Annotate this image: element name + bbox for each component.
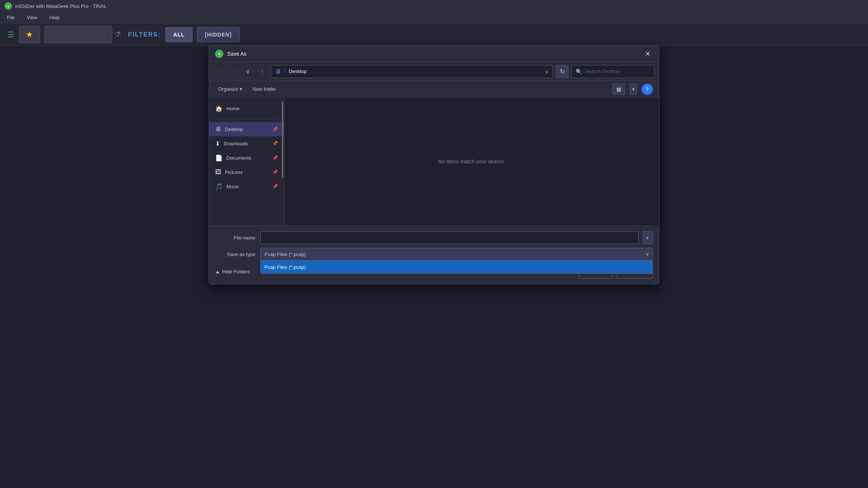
menu-bar: File View Help [0, 12, 868, 23]
file-type-select-wrap: Pcap Files (*.pcap) ∨ Pcap Files (*.pcap… [260, 248, 653, 261]
filter-input[interactable] [49, 32, 112, 37]
dialog-toolbar: Organize ▾ New folder ▦ ▾ ? [209, 81, 659, 98]
home-icon: 🏠 [215, 105, 223, 112]
address-dropdown-button[interactable]: ∨ [545, 69, 549, 75]
address-bar-row: ← → ∨ ↑ 🖥 › Desktop ∨ ↻ 🔍 Search Desktop [209, 62, 659, 81]
dialog-footer: File name: ∨ Save as type: Pcap Files (*… [209, 226, 659, 284]
search-placeholder: Search Desktop [585, 69, 620, 74]
hide-folders-chevron-icon: ▲ [215, 269, 220, 274]
sidebar-documents-label: Documents [226, 155, 269, 161]
pin-icon-music: 📌 [272, 184, 278, 189]
address-path: Desktop [289, 69, 542, 74]
dialog-title-bar: ● Save As ✕ [209, 46, 659, 62]
hamburger-icon[interactable]: ☰ [8, 30, 14, 39]
dialog-body: 🏠 Home 🖥 Desktop 📌 ⬇ Downloads 📌 📄 Docum… [209, 98, 659, 226]
back-button[interactable]: ← [214, 66, 225, 77]
sidebar-item-pictures[interactable]: 🖼 Pictures 📌 [209, 165, 284, 179]
title-bar: ● inSSIDer with MetaGeek Plus Pro - TRIA… [0, 0, 868, 12]
resize-handle[interactable]: ⋱ [651, 276, 657, 282]
sidebar-item-desktop[interactable]: 🖥 Desktop 📌 [209, 122, 284, 136]
pictures-icon: 🖼 [215, 169, 221, 175]
filter-hidden-button[interactable]: [HIDDEN] [197, 27, 240, 42]
filter-input-wrap: ▽ [44, 26, 112, 43]
organize-label: Organize [218, 86, 238, 92]
file-type-dropdown-option-0[interactable]: Pcap Files (*.pcap) [261, 261, 653, 273]
dialog-title: Save As [227, 51, 642, 57]
menu-help[interactable]: Help [47, 13, 62, 22]
close-icon: ✕ [645, 50, 651, 58]
forward-icon: → [231, 68, 237, 75]
address-bar[interactable]: 🖥 › Desktop ∨ [271, 65, 553, 78]
forward-button[interactable]: → [228, 66, 239, 77]
save-as-dialog: ● Save As ✕ ← → ∨ ↑ 🖥 › Desktop ∨ ↻ 🔍 [209, 45, 659, 284]
new-folder-button[interactable]: New folder [250, 85, 279, 93]
organize-chevron-icon: ▾ [240, 86, 242, 92]
dialog-close-button[interactable]: ✕ [642, 49, 653, 59]
pin-icon-documents: 📌 [272, 155, 278, 160]
help-question-icon: ? [646, 86, 649, 92]
address-folder-icon: 🖥 [275, 68, 281, 75]
downloads-icon: ⬇ [215, 140, 220, 147]
sidebar-divider [215, 119, 278, 119]
app-title: inSSIDer with MetaGeek Plus Pro - TRIAL [15, 3, 107, 9]
empty-message: No items match your search. [438, 159, 505, 165]
filter-all-button[interactable]: ALL [165, 27, 193, 42]
save-as-type-row: Save as type: Pcap Files (*.pcap) ∨ Pcap… [215, 248, 653, 261]
file-type-select[interactable]: Pcap Files (*.pcap) [260, 248, 653, 261]
filename-label: File name: [215, 235, 257, 241]
recent-locations-button[interactable]: ∨ [242, 66, 254, 77]
sidebar-item-documents[interactable]: 📄 Documents 📌 [209, 151, 284, 165]
main-toolbar: ☰ ★ ▽ ? FILTERS: ALL [HIDDEN] [0, 23, 868, 46]
menu-view[interactable]: View [24, 13, 40, 22]
filename-chevron-icon: ∨ [646, 235, 649, 240]
desktop-icon: 🖥 [215, 126, 221, 133]
pin-icon-downloads: 📌 [272, 141, 278, 146]
up-button[interactable]: ↑ [257, 66, 268, 77]
search-icon: 🔍 [576, 69, 582, 75]
pin-icon-desktop: 📌 [272, 127, 278, 132]
sidebar-item-home[interactable]: 🏠 Home [209, 101, 284, 116]
filename-input[interactable] [260, 231, 639, 244]
documents-icon: 📄 [215, 154, 223, 162]
sidebar-desktop-label: Desktop [225, 127, 269, 132]
up-icon: ↑ [261, 68, 264, 75]
save-as-type-label: Save as type: [215, 252, 257, 257]
sidebar-downloads-label: Downloads [224, 141, 269, 146]
organize-button[interactable]: Organize ▾ [215, 85, 245, 93]
sidebar-item-downloads[interactable]: ⬇ Downloads 📌 [209, 136, 284, 151]
view-dropdown-button[interactable]: ▾ [630, 84, 637, 95]
help-icon[interactable]: ? [117, 30, 121, 38]
hide-folders-label: Hide Folders [222, 269, 250, 274]
address-separator: › [284, 69, 286, 74]
sidebar-item-music[interactable]: 🎵 Music 📌 [209, 179, 284, 194]
chevron-down-icon: ∨ [246, 68, 250, 75]
filename-dropdown-button[interactable]: ∨ [642, 231, 653, 244]
file-browser-content: No items match your search. [284, 98, 659, 226]
sidebar-home-label: Home [226, 106, 278, 111]
dialog-help-button[interactable]: ? [642, 84, 653, 95]
hide-folders-button[interactable]: ▲ Hide Folders [215, 269, 250, 274]
sidebar-pictures-label: Pictures [225, 169, 269, 175]
pin-icon-pictures: 📌 [272, 169, 278, 175]
view-icon: ▦ [616, 86, 621, 92]
music-icon: 🎵 [215, 183, 223, 190]
refresh-icon: ↻ [560, 68, 565, 75]
menu-file[interactable]: File [5, 13, 17, 22]
file-type-dropdown: Pcap Files (*.pcap) [260, 261, 653, 274]
filters-label: FILTERS: [128, 31, 161, 38]
view-chevron-icon: ▾ [632, 87, 634, 92]
dialog-logo: ● [215, 50, 223, 58]
back-icon: ← [216, 68, 222, 75]
sidebar-scrollbar[interactable] [282, 101, 283, 178]
star-icon: ★ [26, 30, 33, 40]
dialog-sidebar: 🏠 Home 🖥 Desktop 📌 ⬇ Downloads 📌 📄 Docum… [209, 98, 284, 226]
star-button[interactable]: ★ [19, 26, 40, 43]
filename-row: File name: ∨ [215, 231, 653, 244]
sidebar-music-label: Music [226, 184, 269, 189]
view-button[interactable]: ▦ [612, 84, 625, 95]
refresh-button[interactable]: ↻ [556, 65, 568, 78]
app-logo: ● [5, 2, 12, 10]
search-bar[interactable]: 🔍 Search Desktop [572, 65, 654, 78]
